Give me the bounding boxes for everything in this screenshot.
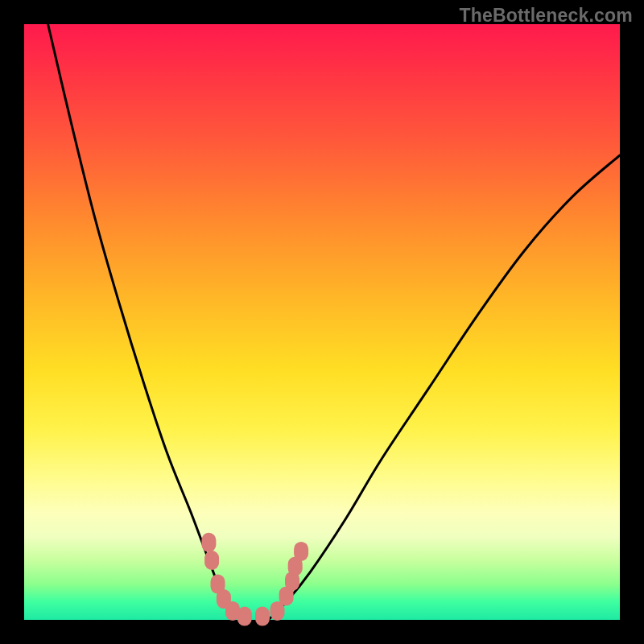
left-curve bbox=[48, 24, 245, 620]
outer-frame: TheBottleneck.com bbox=[0, 0, 644, 644]
chart-svg bbox=[24, 24, 620, 620]
data-marker bbox=[201, 533, 216, 552]
right-curve bbox=[268, 155, 620, 620]
marker-group bbox=[201, 533, 308, 626]
watermark-text: TheBottleneck.com bbox=[459, 5, 633, 27]
data-marker bbox=[255, 607, 270, 626]
data-marker bbox=[237, 607, 252, 626]
data-marker bbox=[294, 542, 308, 561]
data-marker bbox=[204, 551, 219, 570]
